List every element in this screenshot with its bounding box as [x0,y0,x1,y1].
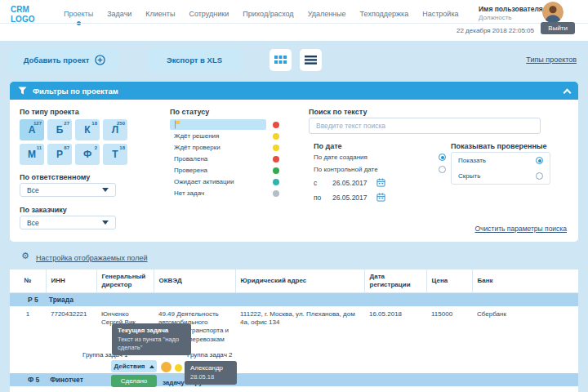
done-menu-item[interactable]: Сделано [111,375,157,387]
nav-income-expense[interactable]: Приход/расход [243,10,293,18]
type-tile-a[interactable]: 127А [20,119,44,140]
chevron-down-icon [102,220,109,225]
date-to-row: по 26.05.2017 [314,193,385,202]
current-task-tooltip: Текущая задача Текст из пункта "надо сде… [112,323,191,355]
radio-row-show[interactable]: Показать [458,157,543,164]
actions-button[interactable]: Действия [111,360,157,372]
status-color-dot [273,122,279,128]
user-avatar[interactable] [542,2,564,23]
gear-icon[interactable]: ⚙ [21,252,29,261]
date-from-label: с [314,179,323,187]
group-row-finotchet[interactable]: Ф 5Финотчет [10,373,578,386]
radio-selected[interactable] [536,157,543,164]
tile-letter: Т [112,149,118,160]
radio-label: По дате создания [314,154,368,161]
nav-tasks[interactable]: Задачи [107,10,131,18]
type-tile-t[interactable]: 18Т [103,144,127,165]
type-tile-l[interactable]: 250Л [103,119,127,140]
status-item[interactable]: Нет задач [170,188,266,198]
calendar-icon[interactable] [376,193,385,202]
project-types-link[interactable]: Типы проектов [526,56,577,64]
status-label: Нет задач [174,189,204,197]
cell-regdate: 16.05.2018 [364,306,426,349]
collapse-chevron-icon[interactable] [564,88,572,96]
status-item[interactable]: Ждёт проверки [170,142,266,153]
clear-filters-link[interactable]: Очистить параметры поиска [475,225,568,233]
nav-clients[interactable]: Клиенты [145,10,175,18]
status-item[interactable]: Ожидает активации [170,176,266,187]
logout-button[interactable]: Выйти [541,22,575,34]
task-status-dot-yellow[interactable] [175,364,182,372]
nav-support[interactable]: Техподдержка [360,10,409,18]
status-item[interactable]: Проверена [170,165,266,176]
status-item[interactable]: Ждёт решения [170,131,266,141]
radio-row-creation-date[interactable]: По дате создания [314,154,446,161]
status-label: Провалена [174,155,207,163]
user-name: Имя пользователя [479,5,543,13]
radio-unselected[interactable] [536,172,543,180]
task-status-dot-orange[interactable] [161,362,172,372]
export-xls-button[interactable]: Экспорт в XLS [147,49,242,71]
col-regdate[interactable]: Дата регистрации [364,270,426,293]
radio-selected[interactable] [439,154,446,161]
col-okved[interactable]: ОКВЭД [154,270,235,293]
tile-letter: Л [112,124,118,136]
col-bank[interactable]: Банк [472,270,578,293]
list-view-button[interactable] [300,49,322,71]
tile-count: 11 [37,145,42,150]
table-header-row: № ИНН Генеральный директор ОКВЭД Юридиче… [10,270,578,293]
by-status-label: По статусу [170,108,209,116]
crm-app: CRM LOGO Проекты Задачи Клиенты Сотрудни… [0,0,588,392]
nav-employees[interactable]: Сотрудники [189,10,229,18]
customer-dropdown[interactable]: Все [20,216,116,229]
current-datetime: 22 декабря 2018 22:05:05 [457,27,534,34]
calendar-icon[interactable] [376,178,385,187]
col-price[interactable]: Цена [426,270,472,293]
table-row[interactable]: 1 7720432221 Юнченко Сергей Вик... 49.49… [10,306,578,349]
tile-count: 18 [91,121,97,126]
tile-count: 27 [64,121,69,126]
assignee-tooltip: Александр 28.05.18 [185,361,237,385]
tile-letter: М [28,149,36,160]
search-input[interactable] [309,118,541,134]
assignee-date: 28.05.18 [190,373,231,381]
date-to-label: по [314,194,323,202]
tile-count: 18 [119,145,125,150]
group-row-triada[interactable]: Р 5Триада [10,293,578,306]
col-inn[interactable]: ИНН [46,270,96,293]
date-to-value[interactable]: 26.05.2017 [332,194,368,202]
status-item-flagged[interactable] [170,119,266,130]
nav-settings[interactable]: Настройка [422,10,458,18]
type-tile-b[interactable]: 27Б [47,119,72,140]
type-tile-k[interactable]: 18К [75,119,100,140]
col-address[interactable]: Юридический адрес [235,270,364,293]
grid-view-button[interactable] [270,49,292,71]
radio-row-control-date[interactable]: По контрольной дате [314,166,446,173]
col-num[interactable]: № [10,270,46,293]
type-tile-r[interactable]: 87Р [47,144,72,165]
search-label: Поиск по тексту [309,108,367,116]
date-from-row: с 26.05.2017 [314,178,385,187]
status-item[interactable]: Провалена [170,154,266,164]
list-view-icon [305,56,317,65]
type-tile-f[interactable]: 2Ф [75,144,100,165]
type-tile-m[interactable]: 11М [20,144,44,165]
export-xls-label: Экспорт в XLS [167,56,222,65]
date-from-value[interactable]: 26.05.2017 [332,179,368,187]
done-label: Сделано [121,377,148,385]
group-name: Триада [49,296,74,304]
radio-unselected[interactable] [439,166,446,173]
responsible-dropdown[interactable]: Все [20,183,116,197]
group-code: Р 5 [28,296,38,304]
filters-header[interactable]: Фильтры по проектам [10,82,578,100]
nav-deleted[interactable]: Удаленные [308,10,346,18]
col-director[interactable]: Генеральный директор [96,270,154,293]
filters-title: Фильтры по проектам [33,87,118,96]
add-project-button[interactable]: Добавить проект [10,49,119,71]
nav-projects[interactable]: Проекты [64,10,93,18]
avatar-photo-icon [542,2,564,23]
columns-settings-link[interactable]: Настройка отображаемых полей [36,254,147,262]
caret-up-icon [149,365,154,368]
radio-row-hide[interactable]: Скрыть [458,172,543,180]
customer-value: Все [27,219,39,227]
